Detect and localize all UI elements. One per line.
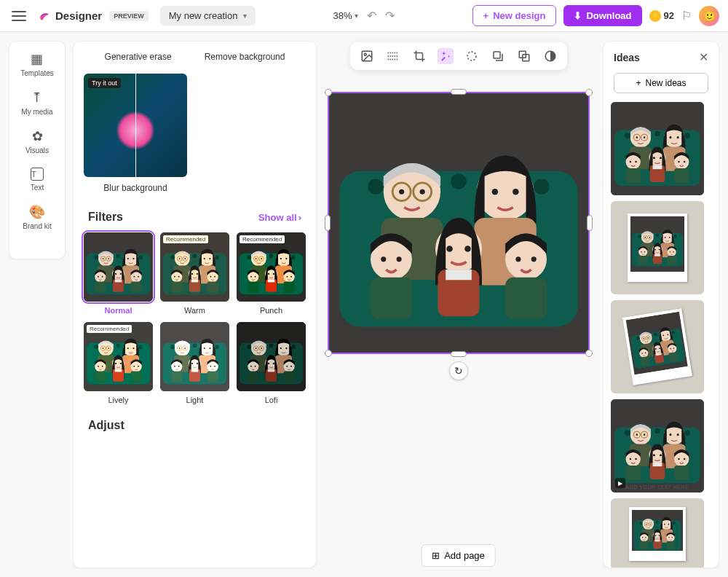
contrast-tool-icon[interactable]	[542, 48, 558, 64]
filters-heading: Filters	[88, 211, 123, 224]
filter-lively[interactable]: RecommendedLively	[84, 322, 153, 404]
flower-thumbnail	[84, 74, 187, 177]
app-logo[interactable]: Designer PREVIEW	[38, 9, 149, 23]
idea-card-4[interactable]: ▶ADD YOUR TEXT HERE	[611, 399, 704, 492]
canvas-image	[329, 93, 588, 353]
filter-label: Light	[160, 396, 229, 404]
filter-label: Lofi	[237, 396, 306, 404]
try-badge: Try it out	[88, 78, 121, 88]
recommended-badge: Recommended	[87, 325, 132, 333]
visuals-icon: ✿	[32, 129, 43, 144]
logo-icon	[38, 9, 51, 23]
properties-panel: Generative erase Remove background Try i…	[73, 41, 317, 568]
app-header: Designer PREVIEW My new creation ▾ 38% ▾…	[0, 0, 728, 32]
layers-tool-icon[interactable]	[516, 48, 532, 64]
filter-lofi[interactable]: Lofi	[237, 322, 306, 404]
chevron-right-icon: ›	[298, 212, 301, 223]
rail-brand-kit[interactable]: 🎨Brand kit	[23, 205, 51, 230]
resize-handle-sw[interactable]	[325, 350, 332, 357]
zoom-control[interactable]: 38% ▾	[333, 10, 358, 21]
preview-badge: PREVIEW	[109, 11, 149, 21]
blur-background-label: Blur background	[84, 183, 187, 193]
app-name: Designer	[55, 9, 102, 22]
plus-icon: +	[483, 10, 489, 21]
undo-icon[interactable]: ↶	[367, 9, 376, 23]
blur-background-card[interactable]: Try it out	[84, 74, 187, 177]
resize-handle-ne[interactable]	[585, 89, 593, 96]
idea-card-2[interactable]	[611, 201, 704, 294]
canvas-area: ↻ ⊞ Add page	[317, 32, 600, 577]
magic-tool-icon[interactable]	[438, 48, 454, 64]
recommended-badge: Recommended	[240, 235, 285, 243]
filter-normal[interactable]: Normal	[84, 232, 153, 315]
svg-rect-31	[494, 52, 500, 58]
settings-icon[interactable]: ⚐	[681, 9, 692, 23]
remove-background-tab[interactable]: Remove background	[205, 52, 285, 62]
avatar[interactable]: 🙂	[699, 6, 719, 26]
idea-caption: ADD YOUR TEXT HERE	[611, 484, 704, 490]
image-tool-icon[interactable]	[359, 48, 375, 64]
close-icon[interactable]: ✕	[699, 50, 708, 64]
download-icon: ⬇	[574, 10, 582, 21]
filter-grid: NormalRecommendedWarmRecommendedPunchRec…	[74, 232, 316, 415]
filter-label: Warm	[160, 306, 229, 315]
credits-display[interactable]: ⚡ 92	[649, 10, 674, 22]
filter-warm[interactable]: RecommendedWarm	[160, 232, 229, 315]
add-page-button[interactable]: ⊞ Add page	[421, 544, 496, 567]
filter-light[interactable]: Light	[160, 322, 229, 404]
rail-my-media[interactable]: ⤒My media	[21, 90, 52, 116]
ideas-panel: Ideas ✕ + New ideas ▶ADD YOUR TEXT HERE	[603, 41, 719, 568]
filter-thumb	[237, 322, 306, 391]
svg-point-30	[467, 52, 476, 60]
filter-punch[interactable]: RecommendedPunch	[237, 232, 306, 315]
filter-thumb: Recommended	[84, 322, 153, 391]
chevron-down-icon: ▾	[243, 12, 247, 20]
expand-tool-icon[interactable]	[490, 48, 506, 64]
resize-handle-n[interactable]	[451, 89, 467, 95]
palette-icon: 🎨	[29, 205, 45, 219]
resize-handle-se[interactable]	[585, 350, 593, 357]
canvas-selection[interactable]: ↻	[328, 92, 590, 354]
upload-icon: ⤒	[31, 90, 42, 105]
crop-tool-icon[interactable]	[411, 48, 427, 64]
rotate-handle[interactable]: ↻	[449, 361, 468, 380]
project-selector[interactable]: My new creation ▾	[160, 6, 256, 25]
download-button[interactable]: ⬇ Download	[563, 5, 641, 26]
rail-visuals[interactable]: ✿Visuals	[25, 129, 49, 154]
templates-icon: ▦	[31, 52, 43, 66]
filter-label: Normal	[84, 306, 153, 315]
idea-card-1[interactable]	[611, 102, 704, 195]
left-rail: ▦Templates ⤒My media ✿Visuals TText 🎨Bra…	[9, 41, 66, 259]
chevron-down-icon: ▾	[355, 12, 358, 20]
idea-card-5[interactable]	[611, 498, 704, 568]
resize-handle-e[interactable]	[587, 215, 593, 231]
menu-icon[interactable]	[9, 6, 29, 26]
idea-card-3[interactable]	[611, 300, 704, 393]
redo-icon[interactable]: ↷	[385, 9, 395, 23]
project-name: My new creation	[169, 10, 238, 21]
new-design-button[interactable]: + New design	[472, 5, 557, 26]
filter-thumb	[160, 322, 229, 391]
rail-text[interactable]: TText	[31, 168, 44, 192]
select-tool-icon[interactable]	[464, 48, 480, 64]
effects-tool-icon[interactable]	[385, 48, 401, 64]
plus-icon: +	[636, 78, 641, 88]
show-all-filters[interactable]: Show all ›	[258, 212, 301, 223]
filter-thumb	[84, 232, 153, 302]
filter-label: Lively	[84, 396, 153, 404]
resize-handle-w[interactable]	[325, 215, 331, 231]
generative-erase-tab[interactable]: Generative erase	[105, 52, 172, 62]
ideas-list: ▶ADD YOUR TEXT HERE	[604, 96, 717, 568]
filter-thumb: Recommended	[160, 232, 229, 302]
filter-thumb: Recommended	[237, 232, 306, 302]
resize-handle-nw[interactable]	[325, 89, 332, 96]
resize-handle-s[interactable]	[451, 351, 467, 357]
plus-icon: ⊞	[432, 550, 440, 561]
rail-templates[interactable]: ▦Templates	[20, 52, 54, 77]
filter-label: Punch	[237, 306, 306, 315]
coin-icon: ⚡	[649, 10, 661, 22]
svg-point-29	[364, 53, 366, 55]
credits-count: 92	[664, 10, 674, 21]
recommended-badge: Recommended	[163, 235, 208, 243]
new-ideas-button[interactable]: + New ideas	[614, 73, 708, 93]
